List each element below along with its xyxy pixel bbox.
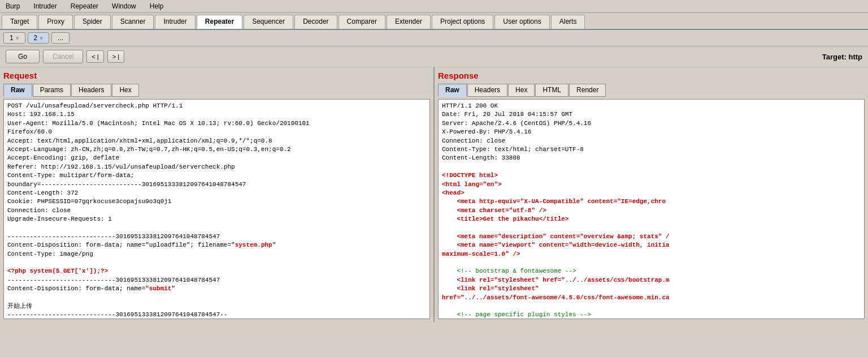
menu-help[interactable]: Help [146,1,167,11]
sub-tab-1-label: 1 [10,34,14,42]
sub-tab-2[interactable]: 2 × [28,32,50,44]
response-tab-html[interactable]: HTML [535,84,568,97]
tab-extender[interactable]: Extender [387,15,431,29]
request-tab-params[interactable]: Params [33,84,71,97]
sub-tabs: 1 × 2 × ... [0,30,868,46]
menu-window[interactable]: Window [108,1,140,11]
menu-repeater[interactable]: Repeater [67,1,102,11]
response-panel: Response Raw Headers Hex HTML Render HTT… [435,67,868,322]
tab-comparer[interactable]: Comparer [338,15,385,29]
sub-tab-2-label: 2 [34,34,38,42]
response-tabs: Raw Headers Hex HTML Render [438,84,865,97]
cancel-button[interactable]: Cancel [43,50,83,63]
response-tab-raw[interactable]: Raw [438,84,467,97]
request-panel: Request Raw Params Headers Hex POST /vul… [0,67,435,322]
sub-tab-1-close[interactable]: × [16,35,19,41]
tool-tabs: Target Proxy Spider Scanner Intruder Rep… [0,13,868,30]
target-info: Target: http [822,53,862,61]
tab-target[interactable]: Target [2,15,37,29]
back-button[interactable]: < | [86,50,103,63]
request-tab-headers[interactable]: Headers [71,84,111,97]
request-tab-hex[interactable]: Hex [112,84,138,97]
tab-decoder[interactable]: Decoder [294,15,337,29]
response-title: Response [438,71,865,80]
main-content: Request Raw Params Headers Hex POST /vul… [0,67,868,322]
go-button[interactable]: Go [6,50,40,63]
menu-intruder[interactable]: Intruder [30,1,60,11]
request-tab-raw[interactable]: Raw [3,84,32,97]
tab-proxy[interactable]: Proxy [38,15,73,29]
tab-project-options[interactable]: Project options [432,15,493,29]
menu-bar: Burp Intruder Repeater Window Help [0,0,868,13]
response-tab-hex[interactable]: Hex [508,84,535,97]
forward-button[interactable]: > | [107,50,124,63]
menu-burp[interactable]: Burp [2,1,23,11]
response-tab-headers[interactable]: Headers [467,84,507,97]
sub-tab-more[interactable]: ... [51,32,70,44]
tab-intruder[interactable]: Intruder [155,15,195,29]
tab-sequencer[interactable]: Sequencer [244,15,293,29]
tab-user-options[interactable]: User options [494,15,549,29]
sub-tab-1[interactable]: 1 × [3,32,25,44]
tab-spider[interactable]: Spider [74,15,111,29]
request-tabs: Raw Params Headers Hex [3,84,430,97]
tab-scanner[interactable]: Scanner [112,15,154,29]
response-body[interactable]: HTTP/1.1 200 OK Date: Fri, 20 Jul 2018 0… [438,99,865,319]
request-body[interactable]: POST /vul/unsafeupload/servercheck.php H… [3,99,430,319]
tab-repeater[interactable]: Repeater [197,15,242,29]
toolbar: Go Cancel < | > | Target: http [0,46,868,67]
tab-alerts[interactable]: Alerts [551,15,585,29]
sub-tab-2-close[interactable]: × [40,35,43,41]
request-title: Request [3,71,430,80]
response-tab-render[interactable]: Render [569,84,606,97]
